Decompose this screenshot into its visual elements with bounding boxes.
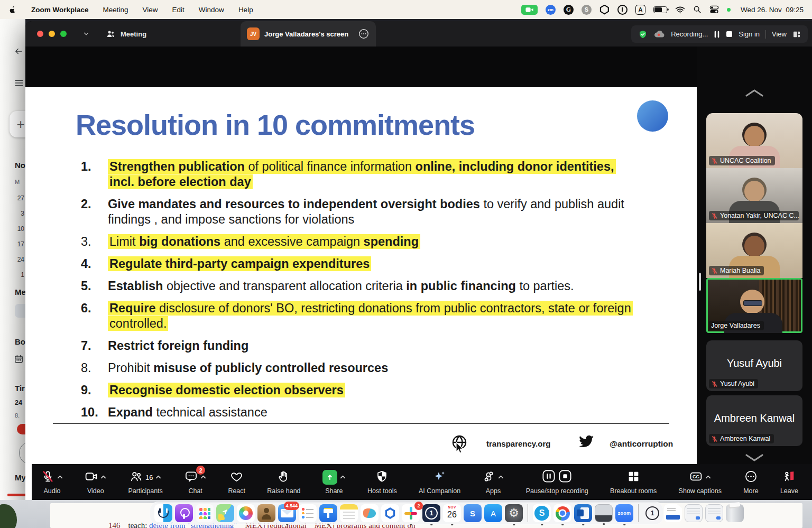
dock-chrome-icon[interactable] <box>553 504 571 522</box>
mini-calendar-date[interactable]: 17 <box>14 240 24 248</box>
dock-skype-icon[interactable]: S <box>533 504 551 522</box>
scroll-down-chevron-icon[interactable] <box>742 452 767 465</box>
chevron-up-icon[interactable] <box>498 473 504 482</box>
dock-mail-icon[interactable]: 4.544 <box>278 504 296 522</box>
dock-circle-one-file-icon[interactable]: 1 <box>643 504 661 522</box>
security-shield-icon[interactable] <box>638 30 648 39</box>
dock-hexagon-app-icon[interactable] <box>381 504 399 522</box>
menu-item-meeting[interactable]: Meeting <box>103 6 128 14</box>
view-button[interactable]: View <box>772 30 787 38</box>
toolbar-video[interactable]: Video <box>85 469 106 495</box>
participant-tile-yusuf-ayubi[interactable]: Yusuf AyubiYusuf Ayubi <box>706 340 802 391</box>
dock-podcasts-icon[interactable] <box>175 504 193 522</box>
toolbar-react[interactable]: React <box>228 469 245 495</box>
pause-recording-icon[interactable] <box>542 469 556 485</box>
dock-screenshot-icon[interactable] <box>595 504 613 522</box>
s-utility-icon[interactable]: S <box>582 5 592 15</box>
wifi-icon[interactable] <box>675 6 685 14</box>
close-window-button[interactable] <box>37 31 43 37</box>
sign-in-link[interactable]: Sign in <box>739 30 760 38</box>
mini-calendar-date[interactable]: 24 <box>14 256 24 263</box>
toolbar-apps[interactable]: Apps <box>482 469 504 495</box>
menu-item-view[interactable]: View <box>143 6 158 14</box>
toolbar-more[interactable]: More <box>743 469 758 495</box>
menu-item-window[interactable]: Window <box>199 6 224 14</box>
stop-recording-icon[interactable] <box>558 469 572 485</box>
stop-recording-icon[interactable] <box>726 31 733 38</box>
participant-tile-yonatan-yakir-uncac-c[interactable]: Yonatan Yakir, UNCAC C... <box>706 168 802 223</box>
mini-calendar-date[interactable]: 10 <box>14 225 24 233</box>
mini-calendar-date[interactable]: 3 <box>14 210 24 217</box>
toolbar-pause-stop-recording[interactable]: Pause/stop recording <box>526 469 588 495</box>
dock-docx-file-icon[interactable] <box>664 504 682 522</box>
view-layout-icon[interactable] <box>792 30 801 39</box>
toolbar-raise-hand[interactable]: Raise hand <box>267 469 300 495</box>
participant-tile-jorge-valladares[interactable]: Jorge Valladares <box>706 278 802 333</box>
dock-notes-icon[interactable] <box>340 504 358 522</box>
red-event-pill[interactable] <box>17 424 25 434</box>
one-password-icon[interactable] <box>617 5 628 15</box>
toolbar-chat[interactable]: 2Chat <box>184 469 206 495</box>
toolbar-host-tools[interactable]: Host tools <box>367 469 397 495</box>
input-source-icon[interactable]: A <box>635 5 645 15</box>
dock-calendar-icon[interactable]: NOV26 <box>443 504 461 522</box>
toolbar-audio[interactable]: Audio <box>41 469 63 495</box>
dock-maps-icon[interactable] <box>216 504 234 522</box>
spotlight-icon[interactable] <box>693 5 702 14</box>
dock-window-preview-icon[interactable] <box>705 504 723 522</box>
dock-contacts-icon[interactable] <box>257 504 275 522</box>
zoom-app-icon[interactable]: zm <box>546 5 556 15</box>
chevron-down-icon[interactable] <box>82 30 90 38</box>
tab-shared-screen[interactable]: JV Jorge Valladares's screen <box>241 21 376 47</box>
chevron-up-icon[interactable] <box>705 473 711 482</box>
chevron-up-icon[interactable] <box>155 473 161 482</box>
dock-zoom-icon[interactable]: zoom <box>615 504 633 522</box>
toolbar-show-captions[interactable]: CCShow captions <box>679 469 722 495</box>
toolbar-participants[interactable]: 16Participants <box>128 469 163 495</box>
menu-clock[interactable]: Wed 26. Nov 09:25 <box>741 6 804 14</box>
dock-reminders-icon[interactable] <box>299 504 317 522</box>
dock-finder-icon[interactable] <box>154 504 172 522</box>
dock-trash-icon[interactable] <box>726 504 744 522</box>
event-pill[interactable] <box>15 304 25 318</box>
toolbar-leave[interactable]: Leave <box>780 469 798 495</box>
mini-calendar-date[interactable]: 27 <box>14 194 24 202</box>
back-arrow-icon[interactable] <box>14 47 23 58</box>
toolbar-breakout-rooms[interactable]: Breakout rooms <box>610 469 657 495</box>
dock-launchpad-icon[interactable] <box>196 504 214 522</box>
participant-tile-mariah-bualia[interactable]: Mariah Bualia <box>706 223 802 278</box>
menu-app-name[interactable]: Zoom Workplace <box>31 6 89 14</box>
hexagon-utility-icon[interactable] <box>599 5 610 15</box>
dock-keynote-icon[interactable] <box>319 504 337 522</box>
dock-photos-icon[interactable] <box>237 504 255 522</box>
toolbar-share[interactable]: Share <box>322 469 346 495</box>
tab-meeting[interactable]: Meeting <box>106 21 146 47</box>
control-center-icon[interactable] <box>709 5 719 14</box>
chevron-up-icon[interactable] <box>100 473 106 482</box>
dock-one-password-icon[interactable]: 1 <box>422 504 440 522</box>
dock-app-store-icon[interactable]: A <box>484 504 502 522</box>
apple-logo-icon[interactable] <box>8 5 17 14</box>
dock-slack-icon[interactable]: 2 <box>402 504 420 522</box>
participant-tile-ambreen-kanwal[interactable]: Ambreen KanwalAmbreen Kanwal <box>706 395 802 446</box>
dock-s-app-icon[interactable]: S <box>464 504 482 522</box>
minimize-window-button[interactable] <box>49 31 55 37</box>
scroll-up-chevron-icon[interactable] <box>742 88 767 100</box>
dock-settings-icon[interactable]: ⚙ <box>505 504 523 522</box>
dock-window-preview-icon[interactable] <box>685 504 703 522</box>
tab-options-icon[interactable] <box>358 28 370 40</box>
toolbar-ai-companion[interactable]: AI Companion <box>419 469 460 495</box>
scrollbar[interactable] <box>699 273 701 291</box>
zoom-window-button[interactable] <box>60 31 67 37</box>
pause-recording-icon[interactable] <box>714 31 720 38</box>
dock-word-icon[interactable] <box>574 504 592 522</box>
avatar[interactable] <box>19 441 25 465</box>
hamburger-menu-icon[interactable] <box>14 78 24 90</box>
menu-item-edit[interactable]: Edit <box>172 6 184 14</box>
grammarly-icon[interactable]: G <box>564 5 574 15</box>
mini-calendar-date[interactable]: 1 <box>14 271 24 279</box>
dock-freeform-icon[interactable] <box>361 504 379 522</box>
chevron-up-icon[interactable] <box>340 473 346 482</box>
participant-tile-uncac-coalition[interactable]: UNCAC Coalition <box>706 113 802 168</box>
menu-item-help[interactable]: Help <box>238 6 253 14</box>
